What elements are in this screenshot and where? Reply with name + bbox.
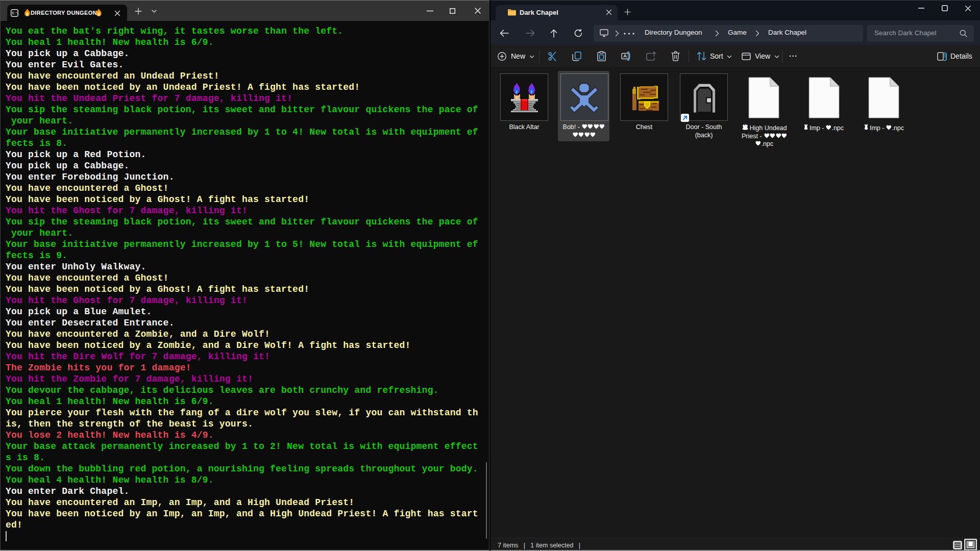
svg-text:C:\: C:\ <box>12 12 18 15</box>
